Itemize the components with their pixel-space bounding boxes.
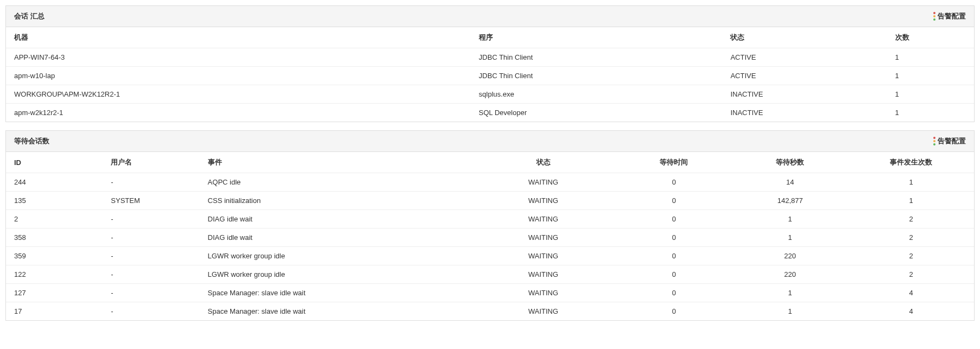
col-status[interactable]: 状态 — [471, 152, 616, 173]
cell-username: - — [103, 284, 199, 302]
cell-program: SQL Developer — [471, 104, 723, 122]
cell-id: 127 — [6, 284, 103, 302]
cell-event: Space Manager: slave idle wait — [200, 284, 471, 302]
cell-wait_seconds: 1 — [732, 302, 848, 321]
cell-wait_seconds: 1 — [732, 229, 848, 247]
col-program[interactable]: 程序 — [471, 27, 723, 48]
waiting-sessions-header: 等待会话数 告警配置 — [6, 131, 974, 152]
cell-wait_time: 0 — [616, 173, 732, 192]
cell-event: LGWR worker group idle — [200, 265, 471, 284]
cell-event_count: 2 — [848, 229, 974, 247]
cell-username: - — [103, 229, 199, 247]
cell-id: 122 — [6, 265, 103, 284]
cell-status: WAITING — [471, 247, 616, 265]
cell-wait_seconds: 220 — [732, 265, 848, 284]
cell-id: 358 — [6, 229, 103, 247]
alarm-icon — [933, 137, 935, 145]
cell-count: 1 — [887, 85, 974, 104]
waiting-sessions-title: 等待会话数 — [14, 136, 49, 146]
cell-status: WAITING — [471, 302, 616, 321]
table-row[interactable]: 358-DIAG idle waitWAITING012 — [6, 229, 974, 247]
cell-status: ACTIVE — [722, 48, 887, 67]
table-header-row: 机器 程序 状态 次数 — [6, 27, 974, 48]
table-row[interactable]: 2-DIAG idle waitWAITING012 — [6, 210, 974, 229]
table-row[interactable]: WORKGROUP\APM-W2K12R2-1sqlplus.exeINACTI… — [6, 85, 974, 104]
cell-wait_seconds: 142,877 — [732, 192, 848, 210]
table-row[interactable]: 135SYSTEMCSS initializationWAITING0142,8… — [6, 192, 974, 210]
cell-wait_seconds: 14 — [732, 173, 848, 192]
cell-wait_time: 0 — [616, 210, 732, 229]
cell-event: LGWR worker group idle — [200, 247, 471, 265]
cell-event_count: 2 — [848, 210, 974, 229]
cell-id: 135 — [6, 192, 103, 210]
table-row[interactable]: 244-AQPC idleWAITING0141 — [6, 173, 974, 192]
session-summary-panel: 会话 汇总 告警配置 机器 程序 状态 次数 APP-WIN7-64-3JDB — [5, 5, 975, 122]
cell-event_count: 1 — [848, 192, 974, 210]
session-summary-title: 会话 汇总 — [14, 11, 45, 21]
cell-wait_time: 0 — [616, 247, 732, 265]
cell-status: WAITING — [471, 265, 616, 284]
table-row[interactable]: 127-Space Manager: slave idle waitWAITIN… — [6, 284, 974, 302]
session-summary-table: 机器 程序 状态 次数 APP-WIN7-64-3JDBC Thin Clien… — [6, 27, 974, 122]
col-id[interactable]: ID — [6, 152, 103, 173]
cell-status: INACTIVE — [722, 85, 887, 104]
table-row[interactable]: apm-w2k12r2-1SQL DeveloperINACTIVE1 — [6, 104, 974, 122]
col-username[interactable]: 用户名 — [103, 152, 199, 173]
col-status[interactable]: 状态 — [722, 27, 887, 48]
cell-status: WAITING — [471, 229, 616, 247]
cell-id: 359 — [6, 247, 103, 265]
waiting-sessions-panel: 等待会话数 告警配置 ID 用户名 事件 状态 等待 — [5, 130, 975, 321]
table-row[interactable]: 359-LGWR worker group idleWAITING02202 — [6, 247, 974, 265]
cell-machine: apm-w10-lap — [6, 67, 471, 85]
cell-status: WAITING — [471, 192, 616, 210]
cell-status: ACTIVE — [722, 67, 887, 85]
alarm-config-button[interactable]: 告警配置 — [933, 11, 966, 21]
cell-status: WAITING — [471, 173, 616, 192]
cell-id: 244 — [6, 173, 103, 192]
col-wait-time[interactable]: 等待时间 — [616, 152, 732, 173]
cell-event_count: 2 — [848, 247, 974, 265]
cell-event_count: 2 — [848, 265, 974, 284]
cell-wait_time: 0 — [616, 302, 732, 321]
table-row[interactable]: 122-LGWR worker group idleWAITING02202 — [6, 265, 974, 284]
col-machine[interactable]: 机器 — [6, 27, 471, 48]
cell-wait_seconds: 1 — [732, 210, 848, 229]
cell-program: JDBC Thin Client — [471, 48, 723, 67]
cell-machine: apm-w2k12r2-1 — [6, 104, 471, 122]
col-event[interactable]: 事件 — [200, 152, 471, 173]
col-wait-seconds[interactable]: 等待秒数 — [732, 152, 848, 173]
cell-wait_time: 0 — [616, 265, 732, 284]
cell-username: - — [103, 265, 199, 284]
col-event-count[interactable]: 事件发生次数 — [848, 152, 974, 173]
cell-event_count: 4 — [848, 302, 974, 321]
cell-event_count: 1 — [848, 173, 974, 192]
alarm-config-button[interactable]: 告警配置 — [933, 136, 966, 146]
cell-count: 1 — [887, 67, 974, 85]
table-row[interactable]: APP-WIN7-64-3JDBC Thin ClientACTIVE1 — [6, 48, 974, 67]
cell-status: WAITING — [471, 284, 616, 302]
cell-event: Space Manager: slave idle wait — [200, 302, 471, 321]
cell-program: sqlplus.exe — [471, 85, 723, 104]
cell-event: AQPC idle — [200, 173, 471, 192]
cell-wait_time: 0 — [616, 192, 732, 210]
cell-wait_seconds: 1 — [732, 284, 848, 302]
col-count[interactable]: 次数 — [887, 27, 974, 48]
cell-id: 2 — [6, 210, 103, 229]
table-header-row: ID 用户名 事件 状态 等待时间 等待秒数 事件发生次数 — [6, 152, 974, 173]
waiting-sessions-table: ID 用户名 事件 状态 等待时间 等待秒数 事件发生次数 244-AQPC i… — [6, 152, 974, 320]
cell-event: CSS initialization — [200, 192, 471, 210]
cell-username: - — [103, 173, 199, 192]
table-row[interactable]: 17-Space Manager: slave idle waitWAITING… — [6, 302, 974, 321]
cell-wait_time: 0 — [616, 229, 732, 247]
alarm-icon — [933, 12, 935, 21]
session-summary-header: 会话 汇总 告警配置 — [6, 6, 974, 27]
cell-count: 1 — [887, 48, 974, 67]
cell-count: 1 — [887, 104, 974, 122]
cell-event: DIAG idle wait — [200, 229, 471, 247]
cell-username: - — [103, 210, 199, 229]
cell-event_count: 4 — [848, 284, 974, 302]
cell-wait_seconds: 220 — [732, 247, 848, 265]
cell-id: 17 — [6, 302, 103, 321]
table-row[interactable]: apm-w10-lapJDBC Thin ClientACTIVE1 — [6, 67, 974, 85]
cell-status: WAITING — [471, 210, 616, 229]
